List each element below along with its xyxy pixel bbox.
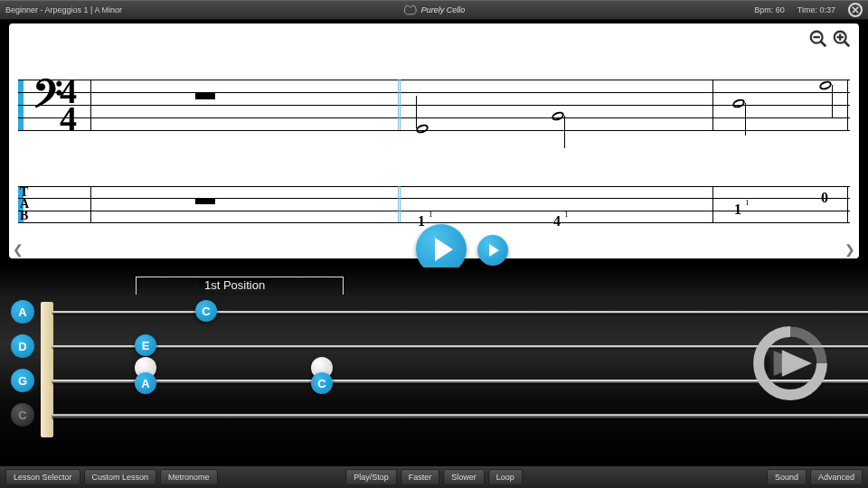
string-g xyxy=(52,380,868,383)
tab-fret: 1 xyxy=(418,213,425,230)
tab-finger: 1 xyxy=(429,210,433,219)
time-signature: 4 4 xyxy=(60,78,77,132)
svg-rect-9 xyxy=(753,355,769,371)
open-string-d[interactable]: D xyxy=(11,334,34,358)
bpm-label: Bpm: 60 xyxy=(754,5,785,14)
svg-line-4 xyxy=(844,42,850,47)
top-bar: Beginner - Arpeggios 1 | A Minor Purely … xyxy=(0,0,868,20)
metronome-button[interactable]: Metronome xyxy=(160,469,218,485)
brand-logo: Purely Cello xyxy=(403,5,466,15)
custom-lesson-button[interactable]: Custom Lesson xyxy=(84,469,157,485)
fret-note[interactable]: C xyxy=(311,372,333,394)
zoom-out-button[interactable] xyxy=(808,29,828,49)
svg-marker-8 xyxy=(774,351,807,376)
loop-button[interactable]: Loop xyxy=(488,469,523,485)
open-string-a[interactable]: A xyxy=(11,300,34,324)
lesson-title: Beginner - Arpeggios 1 | A Minor xyxy=(5,5,122,14)
note xyxy=(818,80,833,91)
score-panel: 𝄢 4 4 T A B 1 1 xyxy=(9,23,859,258)
tab-fret: 0 xyxy=(821,190,828,206)
repeat-icon[interactable] xyxy=(749,322,832,405)
advanced-button[interactable]: Advanced xyxy=(810,469,863,485)
open-string-c[interactable]: C xyxy=(11,403,34,427)
fret-note[interactable]: A xyxy=(135,372,156,394)
tab-fret: 4 xyxy=(553,213,561,230)
bass-clef-icon: 𝄢 xyxy=(33,72,62,127)
tab-label: T A B xyxy=(20,186,29,221)
zoom-in-button[interactable] xyxy=(832,29,852,49)
sound-button[interactable]: Sound xyxy=(767,469,807,485)
timesig-bottom: 4 xyxy=(60,105,77,132)
string-a xyxy=(52,311,868,314)
notation-staff: 𝄢 4 4 xyxy=(18,60,850,159)
string-c xyxy=(52,414,868,418)
play-stop-button[interactable]: Play/Stop xyxy=(345,469,397,485)
tab-fret: 1 xyxy=(734,202,741,218)
lesson-selector-button[interactable]: Lesson Selector xyxy=(5,469,80,485)
faster-button[interactable]: Faster xyxy=(401,469,440,485)
tab-rest xyxy=(195,199,215,204)
fingerboard: 1st Position A D G C C E A C xyxy=(0,267,868,461)
tab-finger: 1 xyxy=(745,198,750,207)
time-label: Time: 0:37 xyxy=(797,5,835,14)
slower-button[interactable]: Slower xyxy=(443,469,485,485)
close-button[interactable] xyxy=(848,3,863,17)
tab-finger: 1 xyxy=(564,210,569,219)
open-string-g[interactable]: G xyxy=(11,369,34,392)
play-step-button[interactable] xyxy=(477,235,508,266)
svg-line-1 xyxy=(821,42,826,47)
brand-text: Purely Cello xyxy=(421,5,466,14)
position-label: 1st Position xyxy=(199,278,270,292)
next-page-arrow[interactable]: ❯ xyxy=(844,242,855,257)
fret-note[interactable]: E xyxy=(135,334,156,356)
string-d xyxy=(52,345,868,348)
bottom-bar: Lesson Selector Custom Lesson Metronome … xyxy=(0,466,868,488)
note xyxy=(415,123,429,135)
whole-rest xyxy=(195,92,215,99)
prev-page-arrow[interactable]: ❮ xyxy=(13,242,24,257)
nut xyxy=(41,302,53,437)
note xyxy=(731,98,746,109)
note xyxy=(551,110,565,122)
fret-note[interactable]: C xyxy=(195,300,217,322)
